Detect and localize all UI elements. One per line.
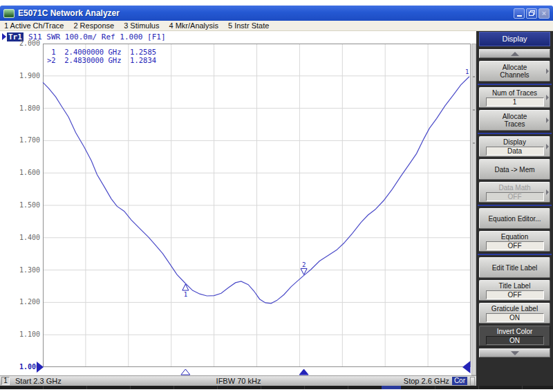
svg-text:2: 2 [302, 261, 306, 268]
y-axis-tick-1.100: 1.100 [14, 330, 40, 338]
reference-level-pointer-left [37, 362, 44, 373]
softkey-label: Data Math [485, 184, 545, 192]
softkey-label: Invert Color [485, 328, 545, 335]
app-icon [3, 9, 15, 18]
menu-item-3-stimulus[interactable]: 3 Stimulus [120, 21, 165, 30]
softkey-value: ON [486, 336, 544, 345]
swr-chart: 112 [43, 44, 471, 375]
softkey-menu-title: Display [479, 32, 550, 46]
app-window: E5071C Network Analyzer × 1 Active Ch/Tr… [0, 0, 553, 392]
y-axis-tick-1.800: 1.800 [14, 104, 40, 112]
softkey-group-separator [478, 133, 552, 134]
softkey-equation-editor[interactable]: Equation Editor... [479, 208, 550, 229]
svg-text:1: 1 [184, 291, 187, 298]
softkey-invert-color[interactable]: Invert ColorON [479, 326, 550, 346]
y-axis-tick-1.900: 1.900 [14, 72, 40, 80]
y-axis-tick-1.200: 1.200 [14, 298, 40, 306]
softkey-value: OFF [486, 241, 544, 250]
softkey-label: Edit Title Label [485, 264, 545, 272]
softkey-label: Traces [485, 120, 545, 128]
chart-side-scrollstrip [471, 44, 476, 375]
softkey-title-label[interactable]: Title LabelOFF [479, 280, 550, 301]
softkey-graticule-label[interactable]: Graticule LabelON [479, 303, 550, 324]
softkey-equation[interactable]: EquationOFF [479, 231, 550, 252]
titlebar: E5071C Network Analyzer × [0, 6, 553, 21]
submenu-arrow-icon [546, 118, 549, 123]
trace-end-number: 1 [465, 68, 469, 75]
scroll-up-button[interactable] [479, 49, 550, 58]
softkey-edit-title-label[interactable]: Edit Title Label [479, 257, 550, 278]
softkey-label: Display [485, 138, 545, 146]
arrow-down-icon [511, 351, 519, 355]
softkey-label: Equation [485, 233, 545, 241]
softkey-value: Data [486, 147, 544, 156]
softkey-group-separator [478, 254, 552, 255]
softkey-num-of-traces[interactable]: Num of Traces1 [479, 87, 550, 108]
y-axis-tick-1.000: 1.000 [14, 363, 40, 371]
softkey-sidebar: Display AllocateChannelsNum of Traces1Al… [476, 31, 553, 386]
window-title: E5071C Network Analyzer [18, 8, 120, 18]
y-axis-tick-1.500: 1.500 [14, 201, 40, 209]
softkey-display-data[interactable]: DisplayData [479, 136, 550, 157]
y-axis-tick-1.600: 1.600 [14, 169, 40, 176]
bottom-edge-strip [0, 386, 553, 389]
restore-button[interactable] [526, 8, 537, 19]
softkey-value: 1 [486, 97, 544, 106]
bottom-edge-accent [382, 386, 401, 389]
softkey-label: Allocate [485, 113, 545, 120]
menu-item-1-active-ch-trace[interactable]: 1 Active Ch/Trace [0, 21, 69, 30]
marker-2-glyph[interactable]: 2 [301, 261, 307, 274]
softkey-value: OFF [486, 290, 544, 299]
submenu-arrow-icon [546, 68, 549, 74]
correction-status-badge: Cor [452, 377, 467, 385]
channel-number-cell: 1 [1, 377, 10, 385]
softkey-group-separator [478, 84, 552, 85]
y-axis-tick-2.000: 2.000 [14, 39, 40, 47]
marker-1-stimulus-indicator [181, 369, 190, 375]
softkey-label: Allocate [485, 64, 545, 71]
softkey-data-math[interactable]: Data MathOFF [479, 182, 550, 203]
softkey-group-separator [478, 205, 552, 206]
submenu-arrow-icon [546, 144, 549, 149]
statusbar-end-cell [470, 377, 475, 386]
softkey-label: Num of Traces [485, 89, 545, 97]
softkey-allocate-channels[interactable]: AllocateChannels [479, 61, 550, 82]
stop-frequency-label: Stop 2.6 GHz [404, 377, 449, 385]
reference-level-pointer-right [462, 361, 471, 373]
menubar: 1 Active Ch/Trace2 Response3 Stimulus4 M… [0, 21, 553, 31]
restore-icon [529, 10, 535, 16]
softkey-data-to-mem[interactable]: Data -> Mem [479, 159, 550, 180]
trace-status-text: S11 SWR 100.0m/ Ref 1.000 [F1] [28, 32, 166, 41]
submenu-arrow-icon [546, 189, 549, 195]
marker-1-glyph[interactable]: 1 [182, 284, 189, 298]
y-axis-tick-1.400: 1.400 [14, 234, 40, 241]
menu-item-4-mkr-analysis[interactable]: 4 Mkr/Analysis [165, 21, 224, 30]
start-frequency-label: Start 2.3 GHz [15, 377, 62, 385]
s11-swr-trace [43, 77, 469, 304]
softkey-label: Channels [485, 71, 545, 79]
y-axis-tick-1.300: 1.300 [14, 266, 40, 274]
marker-readout-row: 1 2.4000000 GHz 1.2585 [47, 48, 156, 56]
menu-item-2-response[interactable]: 2 Response [69, 21, 120, 30]
minimize-icon [517, 15, 522, 17]
softkey-value: ON [486, 313, 544, 322]
softkey-label: Title Label [485, 282, 545, 290]
close-icon: × [542, 10, 546, 17]
status-bar: 1 Start 2.3 GHz IFBW 70 kHz Stop 2.6 GHz… [0, 375, 477, 386]
softkey-label: Graticule Label [485, 305, 545, 312]
marker-readout: 1 2.4000000 GHz 1.2585>2 2.4830000 GHz 1… [47, 48, 156, 64]
softkey-allocate-traces[interactable]: AllocateTraces [479, 110, 550, 131]
close-button[interactable]: × [538, 8, 550, 19]
y-axis-tick-1.700: 1.700 [14, 136, 40, 144]
menu-item-5-instr-state[interactable]: 5 Instr State [224, 21, 274, 30]
scroll-down-button[interactable] [479, 348, 550, 357]
softkey-value: OFF [486, 192, 544, 201]
softkey-label: Data -> Mem [485, 166, 545, 174]
arrow-up-icon [511, 52, 519, 56]
marker-readout-row: >2 2.4830000 GHz 1.2834 [47, 56, 156, 64]
minimize-button[interactable] [514, 8, 525, 19]
submenu-arrow-icon [546, 95, 549, 100]
marker-2-stimulus-indicator [299, 369, 308, 375]
active-trace-pointer-icon [2, 33, 6, 40]
softkey-label: Equation Editor... [485, 215, 545, 223]
